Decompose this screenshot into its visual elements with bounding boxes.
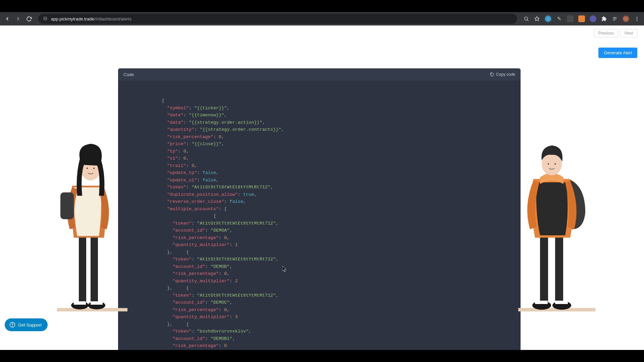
illustration-person-left bbox=[54, 125, 127, 316]
code-panel-title: Code bbox=[123, 72, 134, 77]
reading-list-icon[interactable] bbox=[612, 16, 618, 22]
previous-button[interactable]: Previous bbox=[594, 29, 619, 38]
back-icon[interactable] bbox=[4, 16, 11, 22]
reload-icon[interactable] bbox=[25, 16, 32, 22]
code-body[interactable]: { "symbol": "{{ticker}}", "date": "{{tim… bbox=[118, 80, 521, 350]
svg-point-8 bbox=[637, 17, 638, 18]
illustration-person-right bbox=[517, 129, 597, 316]
svg-rect-13 bbox=[79, 236, 86, 303]
svg-point-2 bbox=[525, 17, 528, 20]
extension-icon-3[interactable] bbox=[567, 15, 574, 22]
svg-point-9 bbox=[637, 18, 638, 19]
bookmark-star-icon[interactable] bbox=[534, 16, 540, 22]
forward-icon[interactable] bbox=[15, 16, 21, 22]
next-button[interactable]: Next bbox=[620, 29, 637, 38]
get-support-button[interactable]: Get Support bbox=[5, 318, 48, 331]
site-info-icon[interactable] bbox=[43, 16, 48, 22]
letterbox-top bbox=[0, 0, 644, 12]
pagination: Previous Next bbox=[594, 29, 637, 38]
svg-point-22 bbox=[93, 168, 95, 169]
copy-code-button[interactable]: Copy code bbox=[490, 72, 515, 77]
svg-rect-28 bbox=[535, 301, 548, 304]
zoom-icon[interactable] bbox=[523, 16, 529, 22]
svg-point-32 bbox=[554, 163, 556, 165]
svg-rect-25 bbox=[555, 236, 563, 303]
extension-icon-4[interactable] bbox=[578, 15, 585, 22]
svg-marker-4 bbox=[535, 16, 539, 21]
code-panel-header: Code Copy code bbox=[118, 68, 521, 80]
svg-rect-24 bbox=[540, 236, 548, 303]
svg-point-21 bbox=[87, 168, 88, 169]
svg-line-3 bbox=[527, 20, 528, 21]
svg-rect-11 bbox=[491, 73, 493, 76]
page-viewport: Previous Next Generate Alert Code Copy c… bbox=[0, 25, 644, 350]
clipboard-icon bbox=[490, 72, 494, 77]
generate-alert-button[interactable]: Generate Alert bbox=[598, 48, 637, 58]
code-panel: Code Copy code { "symbol": "{{ticker}}",… bbox=[118, 68, 521, 350]
get-support-label: Get Support bbox=[18, 322, 42, 327]
letterbox-bottom bbox=[0, 350, 644, 362]
browser-toolbar: app.pickmytrade.trade/#/dashboard/alerts… bbox=[0, 12, 644, 25]
svg-rect-19 bbox=[60, 192, 74, 219]
copy-code-label: Copy code bbox=[496, 72, 515, 77]
extension-icon-5[interactable] bbox=[590, 15, 596, 22]
profile-avatar[interactable] bbox=[623, 15, 629, 22]
svg-point-31 bbox=[548, 163, 549, 165]
help-circle-icon bbox=[9, 322, 15, 328]
url-text: app.pickmytrade.trade/#/dashboard/alerts bbox=[51, 16, 131, 21]
extensions-puzzle-icon[interactable] bbox=[601, 16, 607, 22]
svg-point-34 bbox=[12, 326, 12, 326]
svg-rect-17 bbox=[74, 301, 86, 305]
browser-actions: ✎ bbox=[523, 15, 640, 22]
svg-point-10 bbox=[637, 20, 638, 21]
extension-icon-1[interactable] bbox=[545, 15, 551, 22]
address-bar[interactable]: app.pickmytrade.trade/#/dashboard/alerts bbox=[38, 14, 517, 24]
svg-rect-18 bbox=[91, 301, 103, 305]
browser-menu-icon[interactable] bbox=[634, 16, 640, 22]
svg-rect-14 bbox=[91, 236, 98, 303]
svg-rect-29 bbox=[555, 301, 568, 304]
extension-icon-2[interactable]: ✎ bbox=[556, 16, 562, 22]
